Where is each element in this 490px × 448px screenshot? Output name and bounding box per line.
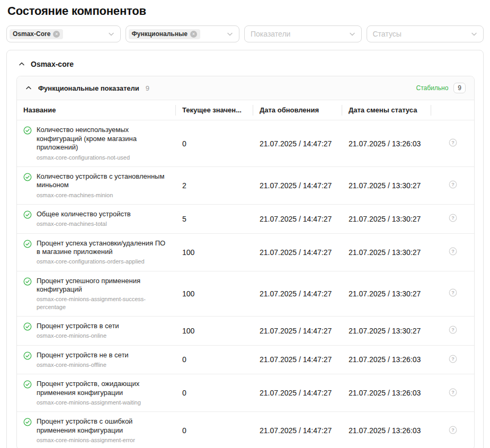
help-icon[interactable]: ?: [449, 355, 457, 363]
indicators-table: Название Текущее значен... Дата обновлен…: [17, 100, 474, 448]
svg-text:?: ?: [451, 249, 455, 254]
help-icon[interactable]: ?: [449, 326, 457, 334]
check-circle-icon: [23, 352, 32, 360]
svg-text:?: ?: [451, 327, 455, 332]
filter-chip-components: Osmax-Core ×: [10, 29, 63, 39]
indicator-code: osmax-core-minions-assignment-waiting: [37, 399, 170, 406]
indicator-code: osmax-core-minions-offline: [37, 361, 129, 368]
status-change-date: 21.07.2025 / 13:26:03: [342, 120, 431, 166]
svg-text:?: ?: [451, 390, 455, 395]
check-circle-icon: [23, 277, 32, 286]
chevron-up-icon[interactable]: [19, 61, 25, 67]
chevron-down-icon: [471, 31, 477, 37]
filter-statuses-select[interactable]: Статусы: [367, 25, 484, 42]
indicator-value: 100: [176, 233, 253, 271]
check-circle-icon: [23, 126, 32, 135]
indicator-value: 100: [176, 271, 253, 316]
check-circle-icon: [23, 210, 32, 219]
updated-date: 21.07.2025 / 14:47:27: [253, 120, 342, 166]
check-circle-icon: [23, 173, 32, 181]
check-circle-icon: [23, 322, 32, 331]
indicator-name: Процент устройств, ожидающих применения …: [37, 380, 170, 397]
column-header-value: Текущее значен...: [176, 100, 253, 120]
status-change-date: 21.07.2025 / 13:26:03: [342, 345, 431, 374]
check-circle-icon: [23, 240, 32, 248]
filter-groups-select[interactable]: Функциональные ×: [126, 25, 240, 42]
table-row: Количество неиспользуемых конфигураций (…: [17, 120, 474, 166]
column-header-status-changed: Дата смены статуса: [342, 100, 431, 120]
filter-components-select[interactable]: Osmax-Core ×: [6, 25, 121, 42]
section-header[interactable]: Функциональные показатели 9 Стабильно 9: [17, 76, 474, 100]
svg-text:?: ?: [451, 427, 455, 433]
table-row: Количество устройств с установленным мин…: [17, 166, 474, 204]
filter-chip-label: Функциональные: [132, 31, 188, 37]
table-row: Процент успеха установки/удаления ПО в м…: [17, 233, 474, 271]
updated-date: 21.07.2025 / 14:47:27: [253, 374, 342, 412]
svg-text:?: ?: [451, 182, 455, 187]
indicator-code: osmax-core-configurations-orders-applied: [37, 258, 170, 265]
filter-bar: Osmax-Core × Функциональные × Показатели: [6, 25, 484, 42]
indicator-code: osmax-core-minions-assignment-success-pe…: [37, 295, 170, 311]
indicator-code: osmax-core-configurations-not-used: [37, 154, 170, 161]
status-label: Стабильно: [416, 84, 448, 92]
status-change-date: 21.07.2025 / 13:30:27: [342, 271, 431, 316]
page-title: Состояние компонентов: [7, 4, 483, 18]
indicator-name: Процент успешного применения конфигураци…: [37, 277, 170, 294]
section-title: Функциональные показатели: [38, 84, 139, 92]
indicator-value: 100: [176, 316, 253, 345]
indicator-name: Процент устройств с ошибкой применения к…: [37, 417, 170, 435]
svg-text:?: ?: [451, 215, 455, 221]
svg-text:?: ?: [451, 290, 455, 295]
indicator-name: Процент устройств в сети: [37, 322, 119, 330]
group-header-osmax-core[interactable]: Osmax-core: [15, 56, 475, 74]
indicator-code: osmax-core-machines-total: [37, 220, 131, 227]
indicator-name: Процент устройств не в сети: [37, 351, 129, 359]
status-change-date: 21.07.2025 / 13:26:03: [342, 374, 431, 412]
updated-date: 21.07.2025 / 14:47:27: [253, 233, 342, 271]
status-change-date: 21.07.2025 / 13:26:03: [342, 412, 431, 448]
group-title: Osmax-core: [31, 60, 74, 68]
help-icon[interactable]: ?: [449, 214, 457, 222]
status-change-date: 21.07.2025 / 13:30:27: [342, 204, 431, 233]
chevron-down-icon: [108, 31, 114, 37]
indicator-value: 0: [176, 345, 253, 374]
updated-date: 21.07.2025 / 14:47:27: [253, 412, 342, 448]
table-row: Процент устройств с ошибкой применения к…: [17, 412, 474, 448]
indicator-value: 2: [176, 166, 253, 204]
table-row: Процент устройств в сети osmax-core-mini…: [17, 316, 474, 345]
help-icon[interactable]: ?: [449, 288, 457, 297]
functional-indicators-section: Функциональные показатели 9 Стабильно 9: [16, 76, 475, 448]
updated-date: 21.07.2025 / 14:47:27: [253, 271, 342, 316]
help-icon[interactable]: ?: [449, 426, 457, 434]
updated-date: 21.07.2025 / 14:47:27: [253, 345, 342, 374]
indicator-code: osmax-core-minions-online: [37, 332, 119, 339]
help-icon[interactable]: ?: [449, 138, 457, 147]
updated-date: 21.07.2025 / 14:47:27: [253, 316, 342, 345]
indicator-name: Процент успеха установки/удаления ПО в м…: [37, 239, 170, 257]
svg-text:?: ?: [451, 140, 455, 145]
filter-placeholder: Статусы: [373, 30, 402, 38]
help-icon[interactable]: ?: [449, 388, 457, 397]
filter-chip-groups: Функциональные ×: [129, 29, 200, 39]
chevron-up-icon[interactable]: [25, 85, 32, 91]
indicator-code: osmax-core-minions-assignment-error: [37, 436, 170, 444]
section-count: 9: [146, 84, 149, 92]
check-circle-icon: [23, 418, 32, 426]
indicator-name: Количество неиспользуемых конфигураций (…: [37, 126, 170, 152]
column-header-actions: [431, 100, 474, 120]
status-change-date: 21.07.2025 / 13:30:27: [342, 233, 431, 271]
components-panel: Osmax-core Функциональные показатели 9 С…: [6, 50, 484, 448]
status-count-badge: 9: [453, 83, 466, 93]
chevron-down-icon: [227, 31, 233, 37]
check-circle-icon: [23, 380, 32, 389]
updated-date: 21.07.2025 / 14:47:27: [253, 204, 342, 233]
updated-date: 21.07.2025 / 14:47:27: [253, 166, 342, 204]
chip-close-icon[interactable]: ×: [190, 31, 197, 38]
indicator-value: 0: [176, 412, 253, 448]
help-icon[interactable]: ?: [449, 247, 457, 256]
chip-close-icon[interactable]: ×: [53, 31, 60, 38]
status-change-date: 21.07.2025 / 13:30:27: [342, 316, 431, 345]
column-header-updated: Дата обновления: [253, 100, 342, 120]
help-icon[interactable]: ?: [449, 180, 457, 189]
filter-indicators-select[interactable]: Показатели: [244, 25, 362, 42]
